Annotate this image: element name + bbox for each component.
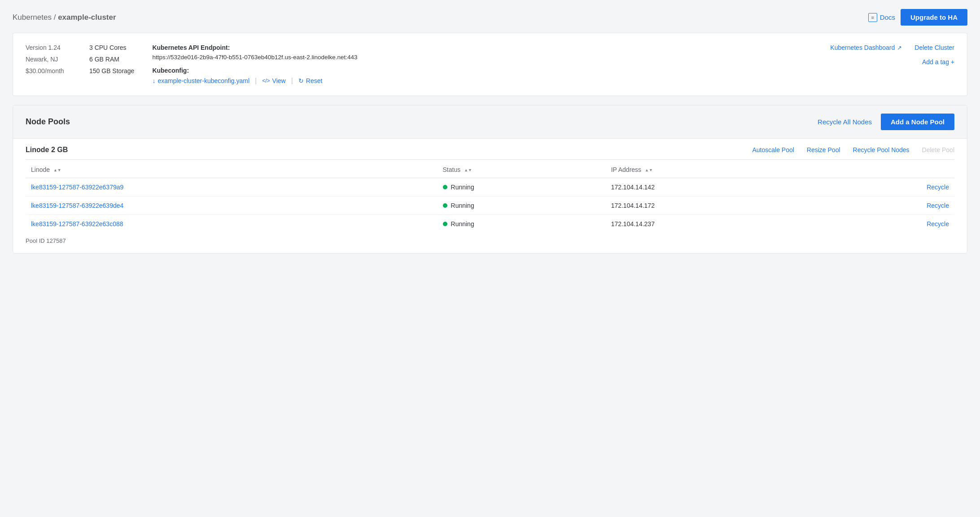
col-linode-label: Linode xyxy=(31,166,50,173)
node-id-cell: lke83159-127587-63922e63c088 xyxy=(26,215,438,233)
pool-id-label: Pool ID 127587 xyxy=(26,233,954,244)
page-header: Kubernetes / example-cluster ≡ Docs Upgr… xyxy=(13,9,967,33)
table-row: lke83159-127587-63922e63c088 Running 172… xyxy=(26,215,954,233)
recycle-all-nodes-button[interactable]: Recycle All Nodes xyxy=(818,118,872,126)
sort-ip-icon: ▲▼ xyxy=(645,168,653,172)
node-status-cell: Running xyxy=(438,215,606,233)
recycle-node-button[interactable]: Recycle xyxy=(927,220,949,228)
docs-link[interactable]: ≡ Docs xyxy=(868,13,895,22)
code-icon: </> xyxy=(262,78,270,84)
ip-address: 172.104.14.142 xyxy=(611,184,655,191)
cluster-specs: Version 1.24 3 CPU Cores Newark, NJ 6 GB… xyxy=(26,44,134,74)
upgrade-ha-button[interactable]: Upgrade to HA xyxy=(901,9,967,26)
version-label: Version 1.24 xyxy=(26,44,75,51)
cpu-value: 3 CPU Cores xyxy=(89,44,126,51)
pool-header: Linode 2 GB Autoscale Pool Resize Pool R… xyxy=(26,139,954,160)
kubeconfig-label: Kubeconfig: xyxy=(152,67,812,74)
node-id-cell: lke83159-127587-63922e639de4 xyxy=(26,197,438,215)
status-dot xyxy=(443,203,447,208)
ip-address: 172.104.14.237 xyxy=(611,220,655,228)
ram-value: 6 GB RAM xyxy=(89,56,119,63)
node-recycle-cell: Recycle xyxy=(822,178,954,197)
delete-cluster-link[interactable]: Delete Cluster xyxy=(914,44,954,51)
storage-value: 150 GB Storage xyxy=(89,67,134,74)
resize-pool-button[interactable]: Resize Pool xyxy=(807,146,840,153)
recycle-node-button[interactable]: Recycle xyxy=(927,184,949,191)
node-id-cell: lke83159-127587-63922e6379a9 xyxy=(26,178,438,197)
node-pools-header: Node Pools Recycle All Nodes Add a Node … xyxy=(13,105,967,139)
reset-icon: ↻ xyxy=(298,77,304,84)
price-label: $30.00/month xyxy=(26,67,75,74)
table-header-row: Linode ▲▼ Status ▲▼ IP Address ▲▼ xyxy=(26,162,954,178)
col-status-label: Status xyxy=(443,166,461,173)
nodes-table-body: lke83159-127587-63922e6379a9 Running 172… xyxy=(26,178,954,233)
pool-actions: Autoscale Pool Resize Pool Recycle Pool … xyxy=(752,146,954,153)
cluster-info-panel: Version 1.24 3 CPU Cores Newark, NJ 6 GB… xyxy=(13,33,967,96)
node-ip-cell: 172.104.14.237 xyxy=(606,215,822,233)
pool-card: Linode 2 GB Autoscale Pool Resize Pool R… xyxy=(13,139,967,253)
node-link[interactable]: lke83159-127587-63922e63c088 xyxy=(31,220,123,228)
table-row: lke83159-127587-63922e6379a9 Running 172… xyxy=(26,178,954,197)
cluster-actions-top: Kubernetes Dashboard ↗ Delete Cluster xyxy=(830,44,954,51)
breadcrumb-parent: Kubernetes xyxy=(13,13,52,22)
spec-row-location: Newark, NJ 6 GB RAM xyxy=(26,56,134,63)
recycle-node-button[interactable]: Recycle xyxy=(927,202,949,209)
status-dot xyxy=(443,185,447,189)
kubeconfig-filename: example-cluster-kubeconfig.yaml xyxy=(158,77,249,84)
download-icon: ↓ xyxy=(152,77,155,84)
breadcrumb-separator: / xyxy=(54,13,58,22)
status-dot xyxy=(443,222,447,226)
table-row: lke83159-127587-63922e639de4 Running 172… xyxy=(26,197,954,215)
dashboard-link[interactable]: Kubernetes Dashboard ↗ xyxy=(830,44,902,51)
col-status[interactable]: Status ▲▼ xyxy=(438,162,606,178)
kubeconfig-download-link[interactable]: ↓ example-cluster-kubeconfig.yaml xyxy=(152,77,249,84)
col-ip-label: IP Address xyxy=(611,166,641,173)
doc-icon: ≡ xyxy=(868,13,877,22)
cluster-endpoint-info: Kubernetes API Endpoint: https://532de01… xyxy=(134,44,830,85)
node-recycle-cell: Recycle xyxy=(822,215,954,233)
status-label: Running xyxy=(451,202,474,209)
node-link[interactable]: lke83159-127587-63922e6379a9 xyxy=(31,184,123,191)
col-actions-empty xyxy=(822,162,954,178)
kubeconfig-view-link[interactable]: </> View xyxy=(262,77,285,84)
node-status-cell: Running xyxy=(438,197,606,215)
view-label: View xyxy=(272,77,286,84)
status-cell: Running xyxy=(443,220,600,228)
external-icon: ↗ xyxy=(897,44,902,51)
api-endpoint-url: https://532de016-2b9a-47f0-b551-0763eb40… xyxy=(152,54,812,61)
cluster-right-actions: Kubernetes Dashboard ↗ Delete Cluster Ad… xyxy=(830,44,954,66)
breadcrumb: Kubernetes / example-cluster xyxy=(13,13,116,22)
reset-label: Reset xyxy=(306,77,323,84)
add-tag-button[interactable]: Add a tag + xyxy=(922,58,954,66)
recycle-pool-nodes-button[interactable]: Recycle Pool Nodes xyxy=(853,146,910,153)
nodes-table: Linode ▲▼ Status ▲▼ IP Address ▲▼ xyxy=(26,162,954,233)
docs-label: Docs xyxy=(880,13,895,21)
sort-linode-icon: ▲▼ xyxy=(53,168,61,172)
add-node-pool-button[interactable]: Add a Node Pool xyxy=(881,114,954,130)
location-label: Newark, NJ xyxy=(26,56,75,63)
sort-status-icon: ▲▼ xyxy=(464,168,472,172)
ip-address: 172.104.14.172 xyxy=(611,202,655,209)
col-linode[interactable]: Linode ▲▼ xyxy=(26,162,438,178)
col-ip-address[interactable]: IP Address ▲▼ xyxy=(606,162,822,178)
status-label: Running xyxy=(451,220,474,228)
kubeconfig-reset-link[interactable]: ↻ Reset xyxy=(298,77,323,84)
node-pools-title: Node Pools xyxy=(26,117,70,127)
autoscale-pool-button[interactable]: Autoscale Pool xyxy=(752,146,794,153)
kubeconfig-actions: ↓ example-cluster-kubeconfig.yaml | </> … xyxy=(152,77,812,85)
page-wrapper: Kubernetes / example-cluster ≡ Docs Upgr… xyxy=(0,0,980,517)
node-ip-cell: 172.104.14.142 xyxy=(606,178,822,197)
node-pools-header-actions: Recycle All Nodes Add a Node Pool xyxy=(818,114,954,130)
node-ip-cell: 172.104.14.172 xyxy=(606,197,822,215)
api-endpoint-label: Kubernetes API Endpoint: xyxy=(152,44,812,51)
node-recycle-cell: Recycle xyxy=(822,197,954,215)
spec-row-version: Version 1.24 3 CPU Cores xyxy=(26,44,134,51)
status-label: Running xyxy=(451,184,474,191)
status-cell: Running xyxy=(443,184,600,191)
status-cell: Running xyxy=(443,202,600,209)
separator-1: | xyxy=(255,77,257,85)
node-link[interactable]: lke83159-127587-63922e639de4 xyxy=(31,202,123,209)
node-pools-section: Node Pools Recycle All Nodes Add a Node … xyxy=(13,105,967,254)
pool-title: Linode 2 GB xyxy=(26,146,752,154)
separator-2: | xyxy=(291,77,293,85)
